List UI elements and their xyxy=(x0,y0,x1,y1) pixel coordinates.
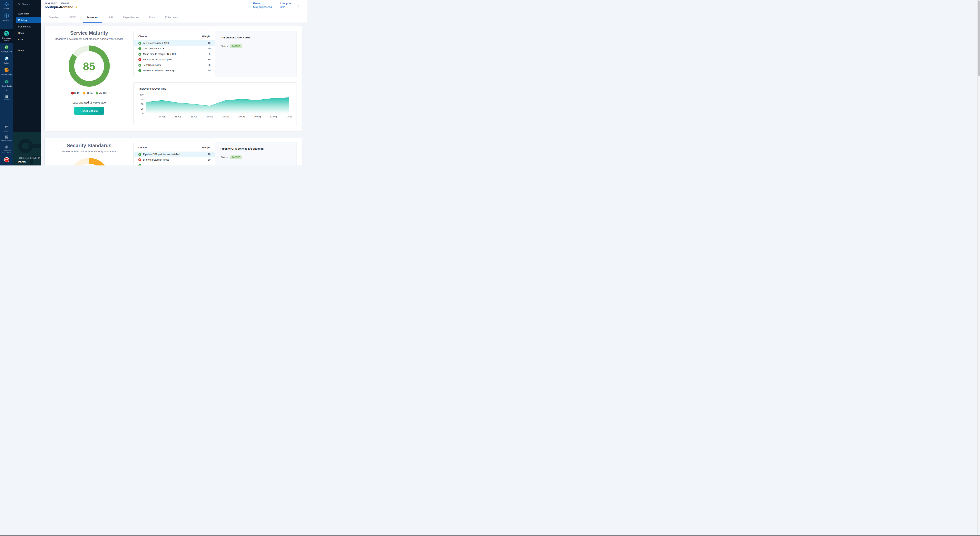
security-check-detail: Pipeline OPA policies are satisfied Stat… xyxy=(215,142,296,165)
rail-modules: Developer PortalDeploymentsBuildsFeature… xyxy=(0,29,13,89)
check-row[interactable]: ✓Java version is LTS20 xyxy=(134,46,215,51)
rail-item-label: Deployments xyxy=(1,51,12,53)
sidebar-item-admin[interactable]: Admin xyxy=(13,47,41,53)
legend-dot xyxy=(83,92,86,94)
legend-label: 75-100 xyxy=(99,92,107,94)
y-axis-ticks: 0255075100 xyxy=(140,94,143,115)
security-standards-card: Security Standards Measures best practic… xyxy=(45,138,302,165)
help-icon: ? xyxy=(5,125,9,129)
more-options-button[interactable] xyxy=(296,3,301,12)
lifecycle-meta[interactable]: Lifecycle prod xyxy=(280,2,291,12)
rail-item-home[interactable]: Home xyxy=(0,0,13,11)
check-weight: 15 xyxy=(208,58,210,61)
y-tick-label: 100 xyxy=(140,94,143,96)
rail-item-deployments[interactable]: Deployments xyxy=(0,43,13,54)
sidebar-item-catalog[interactable]: Catalog xyxy=(16,17,41,23)
rail-item-cloud-costs[interactable]: $Cloud Costs xyxy=(0,77,13,89)
rail-item-developer-portal[interactable]: Developer Portal xyxy=(0,29,13,43)
entity-header: COMPONENT — SERVICE boutique-frontend Ow… xyxy=(41,0,307,12)
tab-scorecard[interactable]: Scorecard xyxy=(86,12,99,22)
svg-text:$: $ xyxy=(6,80,7,83)
status-passed-icon: ✓ xyxy=(138,53,141,56)
check-weight: 20 xyxy=(208,47,210,50)
scorecard-title: Security Standards xyxy=(45,143,134,148)
sidebar-item-apis[interactable]: APIs xyxy=(13,36,41,43)
lifecycle-value[interactable]: prod xyxy=(280,6,291,8)
legend-dot xyxy=(71,92,74,94)
tab-kubernetes[interactable]: Kubernetes xyxy=(165,12,178,22)
check-weight: 10 xyxy=(208,42,210,45)
check-row[interactable]: ✓More than 70% test coverage20 xyxy=(134,68,215,73)
legend-label: 0-49 xyxy=(74,92,80,94)
chevron-down-icon[interactable] xyxy=(5,89,8,92)
status-passed-icon: ✓ xyxy=(138,69,141,72)
check-row[interactable]: ✓Pipeline OPA policies are satisfied10 xyxy=(134,151,215,157)
check-row[interactable]: ✓ xyxy=(134,162,215,165)
rail-item-account-settings[interactable]: ACCOUNT SETTINGS xyxy=(0,143,13,155)
status-label: Status: xyxy=(221,45,228,48)
sidebar-footer: INTERNAL DEVELOPER Portal xyxy=(13,132,41,165)
check-row[interactable]: ✓API success rate > 99%10 xyxy=(134,40,215,46)
tab-docs[interactable]: Docs xyxy=(149,12,155,22)
tabbar: OverviewCI/CDScorecardAPIDependenciesDoc… xyxy=(41,12,307,23)
status-passed-icon: ✓ xyxy=(138,153,141,156)
x-axis-ticks: 24 Aug25 Aug26 Aug27 Aug28 Aug29 Aug30 A… xyxy=(159,116,292,118)
page-title: boutique-frontend xyxy=(45,5,73,9)
status-passed-icon: ✓ xyxy=(138,42,141,45)
owner-label: Owner xyxy=(253,2,272,5)
search-input[interactable]: Search xyxy=(13,0,41,8)
sidebar-item-overview[interactable]: Overview xyxy=(13,10,41,17)
tab-api[interactable]: API xyxy=(108,12,113,22)
tab-ci-cd[interactable]: CI/CD xyxy=(69,12,76,22)
check-weight: 20 xyxy=(208,69,210,72)
svg-text:?: ? xyxy=(5,126,6,127)
check-name: More than 70% test coverage xyxy=(143,69,175,72)
check-row[interactable]: ✓TechDocs exists30 xyxy=(134,62,215,68)
detail-title: API success rate > 99% xyxy=(221,36,291,39)
check-name: TechDocs exists xyxy=(143,64,161,67)
owner-meta[interactable]: Owner field_engineering xyxy=(253,2,272,12)
rail-item-projects[interactable]: Projects xyxy=(0,11,13,23)
checks-column-header: Checks xyxy=(138,35,147,38)
portal-eyebrow: INTERNAL DEVELOPER xyxy=(18,157,41,159)
rerun-checks-button[interactable]: Rerun Checks xyxy=(74,107,104,115)
legend-label: 50-74 xyxy=(86,92,93,94)
rail-item-label: ACCOUNT SETTINGS xyxy=(0,150,13,154)
legend-item: 75-100 xyxy=(95,92,107,94)
favorite-star-icon[interactable] xyxy=(75,6,78,9)
maturity-right-pane: Checks Weight ✓API success rate > 99%10✓… xyxy=(134,25,302,131)
sidebar-item-docs[interactable]: Docs xyxy=(13,30,41,36)
harness-logo-icon xyxy=(4,2,9,7)
owner-value[interactable]: field_engineering xyxy=(253,6,272,8)
scorecard-content: Service Maturity Measures development be… xyxy=(41,23,307,165)
check-weight: 10 xyxy=(208,153,210,156)
tab-dependencies[interactable]: Dependencies xyxy=(123,12,139,22)
rail-top: HomeProjects xyxy=(0,0,13,23)
tab-overview[interactable]: Overview xyxy=(48,12,59,22)
service-maturity-card: Service Maturity Measures development be… xyxy=(45,25,302,131)
user-avatar[interactable]: HM xyxy=(4,157,9,162)
rail-item-help[interactable]: ?HELP xyxy=(0,124,13,134)
rail-item-builds[interactable]: Builds xyxy=(0,54,13,66)
check-name: Mean time to merge PR < 48 hr xyxy=(143,53,177,56)
main-area: COMPONENT — SERVICE boutique-frontend Ow… xyxy=(41,0,307,165)
security-checks-table: Checks Weight ✓Pipeline OPA policies are… xyxy=(134,142,215,165)
cloud-costs-icon: $ xyxy=(4,79,9,84)
improvement-chart-card: Improvement Over Time xyxy=(134,82,297,125)
rail-item-dashboards[interactable]: DASHBOARDS xyxy=(0,134,13,143)
rail-bottom: ?HELPDASHBOARDSACCOUNT SETTINGS xyxy=(0,124,13,155)
status-badge: PASSED xyxy=(230,44,242,48)
rail-item-feature-flags[interactable]: Feature Flags xyxy=(0,66,13,77)
x-tick-label: 24 Aug xyxy=(159,116,165,118)
check-weight: 5 xyxy=(209,53,210,56)
rail-item-label: Feature Flags xyxy=(1,73,12,75)
check-row[interactable]: ✕Less than 1% error in prod15 xyxy=(134,57,215,62)
rail-item-label: Cloud Costs xyxy=(2,85,12,87)
search-label: Search xyxy=(22,3,30,6)
check-row[interactable]: ✓Mean time to merge PR < 48 hr5 xyxy=(134,51,215,57)
check-row[interactable]: ✕Branch protection is set30 xyxy=(134,157,215,162)
sidebar-item-self-service[interactable]: Self service xyxy=(13,23,41,30)
module-selector-button[interactable] xyxy=(3,94,10,100)
kebab-icon xyxy=(297,3,300,7)
developer-portal-icon xyxy=(4,31,9,36)
